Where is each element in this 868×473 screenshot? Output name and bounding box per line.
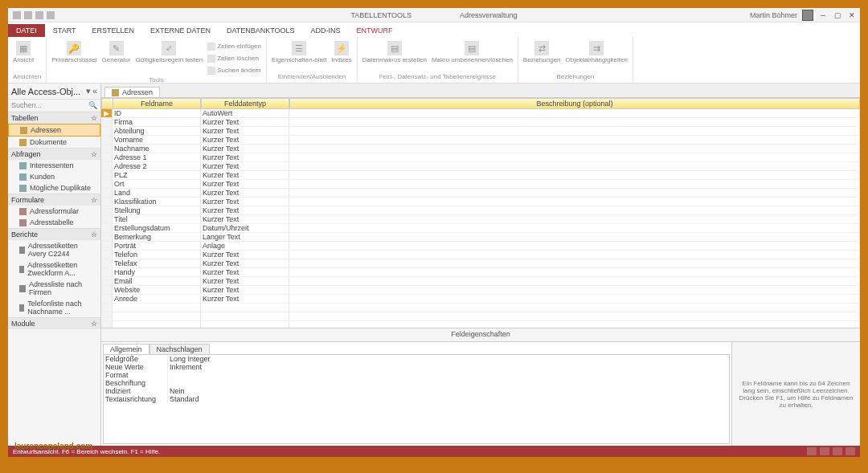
nav-item-telefonliste[interactable]: Telefonliste nach Nachname ... [8, 298, 100, 317]
cell-beschreibung[interactable] [289, 171, 860, 180]
row-selector[interactable] [101, 233, 113, 242]
cell-feldname[interactable]: Titel [113, 215, 201, 224]
field-row[interactable]: PLZKurzer Text [101, 171, 860, 180]
cell-feldname[interactable]: Erstellungsdatum [113, 224, 201, 233]
field-row[interactable]: AbteilungKurzer Text [101, 127, 860, 136]
cell-feldname[interactable]: Adresse 1 [113, 153, 201, 162]
field-row[interactable]: BemerkungLanger Text [101, 233, 860, 242]
cell-felddatentyp[interactable]: Kurzer Text [201, 118, 289, 127]
view-other-icon[interactable] [845, 447, 855, 455]
cell-felddatentyp[interactable]: Anlage [201, 242, 289, 251]
tab-datei[interactable]: DATEI [8, 24, 45, 37]
cell-beschreibung[interactable] [289, 286, 860, 295]
cell-beschreibung[interactable] [289, 277, 860, 286]
row-selector[interactable] [101, 286, 113, 295]
prop-indiziert-value[interactable]: Nein [168, 387, 729, 395]
cell-felddatentyp[interactable]: Kurzer Text [201, 153, 289, 162]
cell-feldname[interactable]: Klassifikation [113, 198, 201, 206]
nav-item-dokumente[interactable]: Dokumente [8, 137, 100, 148]
cell-beschreibung[interactable] [289, 127, 860, 136]
cell-feldname[interactable]: Porträt [113, 242, 201, 251]
row-selector[interactable] [101, 153, 113, 162]
cell-feldname[interactable]: Abteilung [113, 127, 201, 136]
cell-beschreibung[interactable] [289, 153, 860, 162]
nav-item-kunden[interactable]: Kunden [8, 171, 100, 182]
tab-allgemein[interactable]: Allgemein [103, 344, 149, 354]
cell-felddatentyp[interactable]: AutoWert [201, 109, 289, 118]
field-row[interactable]: TelefaxKurzer Text [101, 259, 860, 268]
user-avatar-icon[interactable] [802, 10, 813, 21]
cell-beschreibung[interactable] [289, 295, 860, 304]
field-grid[interactable]: ▶IDAutoWertFirmaKurzer TextAbteilungKurz… [101, 109, 860, 328]
document-tab-adressen[interactable]: Adressen [104, 87, 160, 97]
nav-search[interactable]: Suchen...🔍 [8, 100, 100, 112]
cell-feldname[interactable]: PLZ [113, 171, 201, 180]
header-beschreibung[interactable]: Beschreibung (optional) [289, 98, 860, 109]
cell-beschreibung[interactable] [289, 215, 860, 224]
view-sql-icon[interactable] [833, 447, 842, 455]
cell-feldname[interactable]: Land [113, 189, 201, 198]
redo-icon[interactable] [47, 11, 55, 19]
cell-beschreibung[interactable] [289, 251, 860, 259]
generator-button[interactable]: ✎Generator [102, 41, 131, 63]
nav-header[interactable]: Alle Access-Obj... ▾« [8, 84, 100, 100]
insert-rows-button[interactable]: Zeilen einfügen [207, 41, 261, 52]
row-selector[interactable] [101, 295, 113, 304]
field-row[interactable]: AnredeKurzer Text [101, 295, 860, 304]
cell-feldname[interactable]: Stellung [113, 206, 201, 215]
cell-felddatentyp[interactable]: Datum/Uhrzeit [201, 224, 289, 233]
primarykey-button[interactable]: 🔑Primärschlüssel [51, 41, 96, 63]
cell-feldname[interactable]: Telefax [113, 259, 201, 268]
nav-group-formulare[interactable]: Formulare☆ [8, 194, 100, 206]
cell-felddatentyp[interactable]: Kurzer Text [201, 268, 289, 277]
tab-addins[interactable]: ADD-INS [303, 24, 349, 37]
validation-button[interactable]: ✓Gültigkeitsregeln testen [136, 41, 203, 63]
cell-feldname[interactable]: Nachname [113, 145, 201, 153]
cell-feldname[interactable]: Adresse 2 [113, 162, 201, 171]
cell-felddatentyp[interactable]: Kurzer Text [201, 180, 289, 189]
row-selector[interactable] [101, 145, 113, 153]
row-selector[interactable] [101, 251, 113, 259]
cell-beschreibung[interactable] [289, 233, 860, 242]
prop-format-value[interactable] [168, 371, 729, 379]
chevron-down-icon[interactable]: ▾ [86, 86, 91, 96]
cell-feldname[interactable]: Bemerkung [113, 233, 201, 242]
nav-item-firmen[interactable]: Adressliste nach Firmen [8, 279, 100, 298]
cell-feldname[interactable]: Website [113, 286, 201, 295]
row-selector[interactable] [101, 189, 113, 198]
field-row[interactable]: ▶IDAutoWert [101, 109, 860, 118]
row-selector[interactable] [101, 162, 113, 171]
dependencies-button[interactable]: ⇉Objektabhängigkeiten [566, 41, 628, 63]
row-selector[interactable] [101, 242, 113, 251]
row-selector[interactable] [101, 180, 113, 189]
modify-lookup-button[interactable]: Suchen ändern [207, 65, 261, 76]
field-row[interactable]: Adresse 2Kurzer Text [101, 162, 860, 171]
tab-datenbanktools[interactable]: DATENBANKTOOLS [219, 24, 303, 37]
cell-beschreibung[interactable] [289, 136, 860, 145]
cell-feldname[interactable]: Anrede [113, 295, 201, 304]
cell-felddatentyp[interactable]: Kurzer Text [201, 189, 289, 198]
field-row-empty[interactable] [101, 304, 860, 312]
cell-beschreibung[interactable] [289, 145, 860, 153]
nav-item-zweckform[interactable]: Adressetiketten Zweckform A... [8, 259, 100, 279]
nav-item-duplikate[interactable]: Mögliche Duplikate [8, 182, 100, 194]
cell-felddatentyp[interactable]: Kurzer Text [201, 215, 289, 224]
cell-feldname[interactable]: Firma [113, 118, 201, 127]
cell-felddatentyp[interactable]: Langer Text [201, 233, 289, 242]
nav-item-adressen[interactable]: Adressen [8, 124, 100, 137]
field-row[interactable]: OrtKurzer Text [101, 180, 860, 189]
cell-feldname[interactable]: ID [113, 109, 201, 118]
row-selector[interactable] [101, 206, 113, 215]
delete-rows-button[interactable]: Zeilen löschen [207, 53, 261, 64]
cell-feldname[interactable]: Handy [113, 268, 201, 277]
cell-feldname[interactable]: Ort [113, 180, 201, 189]
cell-felddatentyp[interactable]: Kurzer Text [201, 277, 289, 286]
row-selector[interactable] [101, 224, 113, 233]
header-feldname[interactable]: Feldname [113, 98, 201, 109]
row-selector[interactable] [101, 259, 113, 268]
save-icon[interactable] [24, 11, 32, 19]
cell-beschreibung[interactable] [289, 118, 860, 127]
property-sheet-button[interactable]: ☰Eigenschaften-blatt [272, 41, 327, 63]
row-selector[interactable] [101, 171, 113, 180]
relations-button[interactable]: ⇄Beziehungen [523, 41, 561, 63]
